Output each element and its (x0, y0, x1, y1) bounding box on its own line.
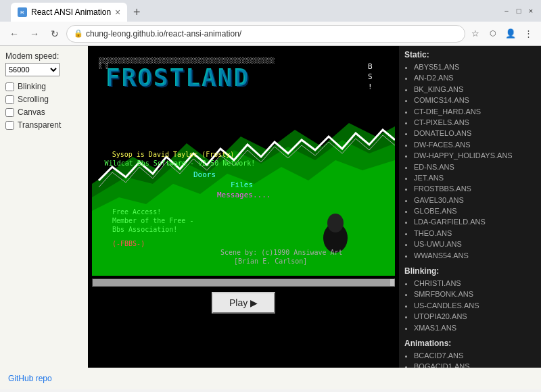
blinking-label: Blinking (18, 82, 46, 91)
list-item[interactable]: DONATELO.ANS (414, 128, 536, 139)
reload-button[interactable]: ↻ (46, 25, 64, 43)
svg-rect-14 (339, 232, 344, 246)
list-item[interactable]: BCACID7.ANS (414, 351, 536, 361)
blinking-heading: Blinking: (404, 266, 536, 276)
scrolling-checkbox[interactable] (5, 95, 14, 104)
modem-label: Modem speed: (5, 51, 83, 61)
ansi-canvas: FROSTLAND FROSTLAND ░░░░░░░░░░░░░░░░░░░░… (92, 49, 395, 276)
svg-rect-13 (327, 232, 331, 246)
list-item[interactable]: GLOBE.ANS (414, 206, 536, 216)
scroll-thumb[interactable] (93, 279, 390, 286)
svg-text:░                             : ░ ░ (99, 62, 109, 69)
svg-text:Bbs Association!: Bbs Association! (112, 226, 177, 233)
svg-text:Messages....: Messages.... (217, 191, 270, 199)
list-item[interactable]: DW-HAPPY_HOLIDAYS.ANS (414, 151, 536, 161)
list-item[interactable]: THEO.ANS (414, 228, 536, 239)
modem-speed-select[interactable]: 56000 28800 14400 9600 2400 (5, 63, 60, 76)
list-item[interactable]: ABYS51.ANS (414, 62, 536, 72)
list-item[interactable]: UTOPIA20.ANS (414, 312, 536, 322)
extensions-icon[interactable]: ⬡ (486, 26, 500, 41)
scroll-area[interactable] (92, 278, 395, 287)
list-item[interactable]: BOGACID1.ANS (414, 362, 536, 368)
list-item[interactable]: SMRFBONK.ANS (414, 289, 536, 299)
scrolling-checkbox-item: Scrolling (5, 95, 83, 104)
svg-text:(-FBBS-): (-FBBS-) (112, 240, 145, 247)
page-content: Modem speed: 56000 28800 14400 9600 2400… (0, 46, 541, 368)
list-item[interactable]: XMAS1.ANS (414, 323, 536, 333)
svg-text:Files: Files (231, 180, 253, 189)
svg-text:!: ! (368, 82, 373, 91)
github-link[interactable]: GitHub repo (8, 374, 52, 383)
static-heading: Static: (404, 50, 536, 59)
transparent-label: Transparent (18, 120, 61, 130)
list-item[interactable]: CT-PIXELS.ANS (414, 118, 536, 128)
play-button-area: Play ▶ (212, 292, 275, 314)
forward-button[interactable]: → (26, 25, 43, 43)
blinking-checkbox-item: Blinking (5, 82, 83, 91)
svg-text:FROSTLAND: FROSTLAND (107, 65, 251, 93)
list-item[interactable]: DW-FACES.ANS (414, 140, 536, 150)
list-item[interactable]: LDA-GARFIELD.ANS (414, 217, 536, 227)
main-area: FROSTLAND FROSTLAND ░░░░░░░░░░░░░░░░░░░░… (88, 46, 399, 368)
animations-heading: Animations: (404, 339, 536, 348)
svg-text:Member of the Free -: Member of the Free - (112, 217, 193, 224)
svg-text:B: B (368, 62, 373, 71)
tab-favicon: R (18, 7, 27, 17)
bookmark-icon[interactable]: ☆ (468, 26, 483, 41)
play-button[interactable]: Play ▶ (212, 292, 275, 314)
github-bar: GitHub repo (0, 368, 541, 389)
list-item[interactable]: WWANS54.ANS (414, 251, 536, 261)
svg-text:S: S (368, 72, 373, 81)
tab-title: React ANSI Animation (31, 7, 111, 17)
list-item[interactable]: BK_KING.ANS (414, 84, 536, 95)
title-bar: R React ANSI Animation × + − □ × (0, 0, 541, 22)
address-text: chung-leong.github.io/react-ansi-animati… (86, 29, 241, 39)
address-bar[interactable]: 🔒 chung-leong.github.io/react-ansi-anima… (66, 25, 465, 43)
canvas-label: Canvas (18, 107, 45, 117)
svg-point-12 (327, 214, 344, 232)
static-list: ABYS51.ANS AN-D2.ANS BK_KING.ANS COMICS1… (404, 62, 536, 261)
list-item[interactable]: GAVEL30.ANS (414, 195, 536, 205)
list-item[interactable]: ED-NS.ANS (414, 162, 536, 172)
svg-text:░░░░░░░░░░░░░░░░░░░░░░░░░░░░░░: ░░░░░░░░░░░░░░░░░░░░░░░░░░░░░░░░░░░░░░░░… (99, 57, 275, 64)
canvas-checkbox-item: Canvas (5, 107, 83, 117)
right-panel: Static: ABYS51.ANS AN-D2.ANS BK_KING.ANS… (399, 46, 541, 368)
new-tab-button[interactable]: + (127, 3, 146, 22)
list-item[interactable]: CT-DIE_HARD.ANS (414, 107, 536, 117)
blinking-list: CHRISTI.ANS SMRFBONK.ANS US-CANDLES.ANS … (404, 278, 536, 333)
transparent-checkbox[interactable] (5, 121, 14, 130)
list-item[interactable]: AN-D2.ANS (414, 73, 536, 83)
active-tab[interactable]: R React ANSI Animation × (11, 3, 127, 22)
minimize-button[interactable]: − (502, 6, 511, 16)
menu-icon[interactable]: ⋮ (521, 26, 536, 41)
maximize-button[interactable]: □ (514, 6, 523, 16)
svg-text:Doors: Doors (193, 170, 216, 179)
lock-icon: 🔒 (74, 29, 83, 38)
list-item[interactable]: FROSTBBS.ANS (414, 184, 536, 194)
list-item[interactable]: US-UWU.ANS (414, 239, 536, 249)
scrolling-label: Scrolling (18, 95, 49, 104)
svg-text:[Brian E. Carlson]: [Brian E. Carlson] (234, 258, 307, 265)
canvas-checkbox[interactable] (5, 108, 14, 117)
list-item[interactable]: CHRISTI.ANS (414, 278, 536, 289)
ansi-svg: FROSTLAND FROSTLAND ░░░░░░░░░░░░░░░░░░░░… (92, 49, 395, 276)
left-panel: Modem speed: 56000 28800 14400 9600 2400… (0, 46, 88, 368)
list-item[interactable]: JET.ANS (414, 173, 536, 183)
nav-bar: ← → ↻ 🔒 chung-leong.github.io/react-ansi… (0, 22, 541, 46)
svg-text:Sysop is David Taylor (Frosty): Sysop is David Taylor (Frosty) (112, 151, 235, 158)
svg-text:Wildcat Bbs Software - v2.50 N: Wildcat Bbs Software - v2.50 Network! (105, 160, 256, 167)
list-item[interactable]: US-CANDLES.ANS (414, 301, 536, 311)
back-button[interactable]: ← (5, 25, 23, 43)
svg-text:Free Access!: Free Access! (112, 208, 161, 216)
blinking-checkbox[interactable] (5, 82, 14, 91)
close-button[interactable]: × (526, 6, 536, 16)
animations-list: BCACID7.ANS BOGACID1.ANS CC-ICE1.ICE DT-… (404, 351, 536, 368)
profile-icon[interactable]: 👤 (503, 26, 518, 41)
svg-text:Scene by:  (c)1990 Ansiwave Ar: Scene by: (c)1990 Ansiwave Art (220, 249, 343, 256)
transparent-checkbox-item: Transparent (5, 120, 83, 130)
list-item[interactable]: COMICS14.ANS (414, 95, 536, 105)
tab-close-btn[interactable]: × (115, 7, 120, 18)
